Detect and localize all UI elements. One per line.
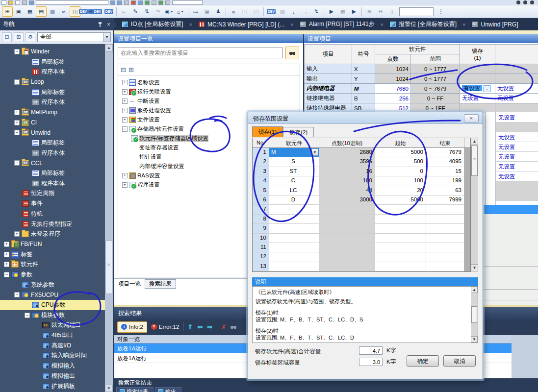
tree-expander-icon[interactable]: + bbox=[4, 252, 9, 257]
latch2-strip-cell[interactable]: 无设置 bbox=[496, 142, 538, 152]
tree-expander-icon[interactable]: − bbox=[14, 49, 20, 54]
monitor-icon[interactable]: ▣ bbox=[13, 6, 24, 17]
io-force-icon[interactable]: ⇅ bbox=[141, 6, 152, 17]
tab-search-result[interactable]: 搜索结果 bbox=[145, 279, 176, 289]
new-file-icon[interactable] bbox=[1, 0, 6, 5]
save-icon[interactable] bbox=[15, 0, 20, 5]
jump-top-icon[interactable]: ⇑ bbox=[187, 323, 193, 331]
setting-tree-item-中断设置[interactable]: +中断设置 bbox=[118, 97, 300, 106]
sidebar-item-恒定周期[interactable]: 恒定周期 bbox=[0, 189, 105, 199]
scroll-thumb[interactable] bbox=[471, 306, 477, 323]
tree-expander-icon[interactable]: − bbox=[25, 313, 30, 318]
window-gray-icon[interactable]: ▱ bbox=[119, 6, 129, 17]
start-cell[interactable]: 5000 bbox=[375, 148, 426, 157]
device-cell[interactable]: LC bbox=[269, 186, 319, 196]
end-cell[interactable] bbox=[426, 215, 464, 224]
latch1-cell[interactable]: 有设置.. bbox=[460, 84, 495, 94]
device-cell[interactable] bbox=[269, 243, 319, 252]
latch2-strip-cell[interactable]: 无设置 bbox=[496, 162, 538, 172]
scroll-down-icon[interactable]: ▼ bbox=[471, 336, 478, 343]
more-icon[interactable]: ⋮ bbox=[436, 6, 446, 17]
clear-results-icon[interactable]: ✗ bbox=[221, 323, 227, 331]
sidebar-item-扩展插板[interactable]: 扩展插板 bbox=[0, 381, 105, 392]
points-cell[interactable]: 3000 bbox=[319, 196, 375, 205]
start-cell[interactable]: 100 bbox=[375, 176, 426, 186]
toolbar-misc-icon-5[interactable] bbox=[138, 0, 143, 5]
sidebar-item-无执行类型指定[interactable]: 无执行类型指定 bbox=[0, 219, 105, 229]
points-cell[interactable] bbox=[319, 243, 375, 252]
points-cell[interactable] bbox=[319, 205, 375, 214]
points-cell[interactable] bbox=[319, 252, 375, 262]
latch1-cell[interactable]: 无设置 bbox=[460, 94, 495, 103]
scroll-thumb[interactable] bbox=[471, 146, 478, 176]
device-cell[interactable]: M▼ bbox=[269, 148, 319, 157]
sidebar-item-软元件[interactable]: +软元件 bbox=[0, 259, 105, 270]
circuit-icon[interactable]: ◎ bbox=[202, 6, 212, 17]
close-icon[interactable]: × bbox=[107, 21, 110, 28]
tree-expander-icon[interactable]: + bbox=[122, 173, 128, 178]
gear-icon[interactable]: ⚙ bbox=[26, 32, 35, 42]
tree-expander-icon[interactable]: + bbox=[122, 98, 128, 104]
tree-expander-icon[interactable]: − bbox=[14, 130, 20, 135]
end-cell[interactable]: 199 bbox=[426, 176, 464, 186]
find-binocular-icon[interactable]: ∞ bbox=[58, 6, 69, 17]
tree-expander-icon[interactable]: + bbox=[122, 182, 128, 188]
tree-expander-icon[interactable]: + bbox=[14, 120, 20, 125]
arrow-right-icon[interactable]: → bbox=[300, 6, 310, 17]
sidebar-item-FX5UCPU[interactable]: −FX5UCPU bbox=[0, 290, 105, 300]
toolbar-misc-icon-8[interactable] bbox=[158, 0, 163, 5]
sidebar-item-模拟输出[interactable]: 模拟输出 bbox=[0, 371, 105, 381]
collapse-all-icon[interactable]: ⊟ bbox=[121, 66, 126, 74]
points-cell[interactable] bbox=[319, 234, 375, 243]
tree-expander-icon[interactable]: + bbox=[122, 117, 128, 122]
points-cell[interactable]: 7680 bbox=[375, 84, 411, 94]
latch2-value[interactable]: 无设置 bbox=[497, 95, 514, 101]
module-config-icon[interactable]: ▦ bbox=[25, 6, 35, 17]
tree-expander-icon[interactable]: − bbox=[14, 292, 20, 297]
sidebar-item-局部标签[interactable]: 局部标签 bbox=[0, 168, 105, 178]
device-cell[interactable] bbox=[269, 234, 319, 243]
end-cell[interactable] bbox=[426, 243, 464, 252]
window-control-buttons[interactable] bbox=[516, 0, 534, 4]
points-cell[interactable]: 3596 bbox=[319, 157, 375, 167]
error-filter-button[interactable]: × Error:12 bbox=[151, 324, 179, 330]
project-tree-icon[interactable]: ⊞ bbox=[2, 6, 13, 17]
device-grid-icon[interactable]: DEV bbox=[92, 6, 103, 17]
setting-tree-item-运行关联设置[interactable]: +运行关联设置 bbox=[118, 87, 300, 97]
sidebar-item-高速I/O[interactable]: 高速I/O bbox=[0, 341, 105, 351]
tab-item-list[interactable]: 项目一览 bbox=[118, 280, 141, 288]
device-blue-icon[interactable]: DEV bbox=[266, 6, 277, 17]
end-cell[interactable]: 7679 bbox=[426, 148, 464, 157]
toolbar-misc-icon-1[interactable] bbox=[110, 0, 115, 5]
points-cell[interactable] bbox=[319, 224, 375, 233]
document-tab[interactable]: MC:N3 Winder [PRG] [LD] (... bbox=[193, 18, 289, 30]
zoom-combobox[interactable] bbox=[172, 0, 203, 5]
device-cell[interactable] bbox=[269, 224, 319, 233]
sidebar-item-Winder[interactable]: −Winder bbox=[0, 47, 105, 57]
expand-all-icon[interactable]: ⊞ bbox=[128, 66, 134, 74]
zoom-window2-icon[interactable]: ◳ bbox=[251, 6, 261, 17]
start-cell[interactable]: 5000 bbox=[375, 196, 426, 205]
start-cell[interactable]: 500 bbox=[375, 157, 426, 167]
nav-filter-select[interactable]: 全部 ▼ bbox=[37, 32, 111, 42]
bottom-tab-输出[interactable]: 输出 bbox=[155, 387, 181, 392]
sidebar-item-Loop[interactable]: −Loop bbox=[0, 77, 105, 87]
info-filter-button[interactable]: i Info:2 bbox=[117, 321, 147, 333]
latch2-cell[interactable]: 无设置 bbox=[495, 94, 538, 103]
print-icon[interactable] bbox=[22, 0, 27, 5]
zoom-out-icon[interactable]: ⊖ bbox=[375, 6, 386, 17]
sidebar-item-系统参数[interactable]: 系统参数 bbox=[0, 280, 105, 290]
tree-expander-icon[interactable]: + bbox=[122, 89, 128, 95]
grid-gray-icon[interactable]: ▦ bbox=[337, 6, 348, 17]
tree-expand-icon[interactable]: ⊟ bbox=[2, 32, 12, 42]
settings-search-input[interactable] bbox=[118, 48, 283, 58]
end-cell[interactable]: 15 bbox=[426, 167, 464, 176]
points-cell[interactable]: 16 bbox=[319, 167, 375, 176]
latch2-strip-cell[interactable]: 无设置 bbox=[496, 113, 538, 122]
document-tab[interactable]: Unwind [PRG] bbox=[466, 18, 523, 30]
end-cell[interactable] bbox=[426, 205, 464, 214]
sidebar-item-局部标签[interactable]: 局部标签 bbox=[0, 57, 105, 67]
ellipsis-button[interactable]: .. bbox=[483, 85, 491, 92]
toolbar-combobox[interactable] bbox=[399, 7, 434, 16]
start-cell[interactable] bbox=[375, 262, 426, 271]
